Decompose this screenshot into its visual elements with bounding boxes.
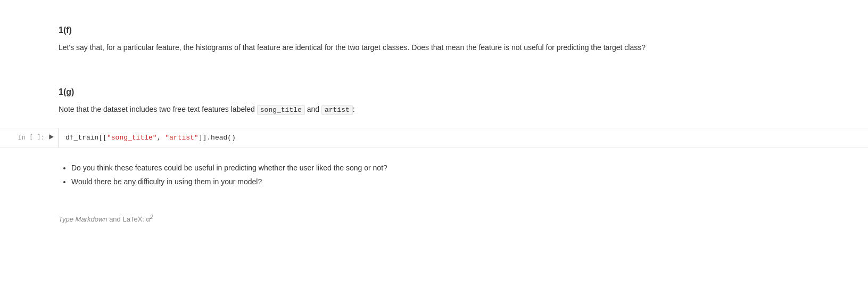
prose-1g: Note that the dataset includes two free …	[59, 103, 864, 116]
code-prefix: df_train[[	[65, 134, 107, 142]
list-item: Would there be any difficulty in using t…	[71, 176, 864, 189]
code-comma: ,	[157, 134, 166, 142]
text-cell-1f: 1(f) Let's say that, for a particular fe…	[0, 0, 868, 72]
prose-1g-suffix: :	[353, 105, 355, 113]
prose-1f: Let's say that, for a particular feature…	[59, 42, 864, 53]
text-cell-1g: 1(g) Note that the dataset includes two …	[0, 72, 868, 125]
prose-1g-prefix: Note that the dataset includes two free …	[59, 105, 257, 113]
code-suffix: ]].head()	[199, 134, 236, 142]
type-hint: Type Markdown and LaTeX: α2	[59, 214, 864, 223]
bullet-list: Do you think these features could be use…	[71, 162, 864, 189]
prose-1g-middle: and	[305, 105, 321, 113]
inline-code-song-title: song_title	[257, 105, 305, 115]
cell-prompt: In [ ]:	[18, 134, 45, 141]
code-cell-1g: In [ ]: df_train[["song_title", "artist"…	[0, 128, 868, 148]
heading-1f: 1(f)	[59, 26, 864, 35]
inline-code-artist: artist	[321, 105, 353, 115]
code-input[interactable]: df_train[["song_title", "artist"]].head(…	[59, 128, 868, 148]
code-string2: "artist"	[165, 134, 198, 142]
cell-content-1f: 1(f) Let's say that, for a particular fe…	[59, 2, 868, 70]
cell-gutter-bullets	[0, 153, 59, 236]
cell-content-1g: 1(g) Note that the dataset includes two …	[59, 75, 868, 122]
svg-marker-0	[49, 134, 53, 140]
cell-content-bullets: Do you think these features could be use…	[59, 153, 868, 236]
run-button[interactable]	[48, 134, 54, 140]
type-hint-math: α	[146, 215, 151, 223]
bullet-item-1: Do you think these features could be use…	[71, 164, 387, 172]
bullet-item-2: Would there be any difficulty in using t…	[71, 177, 262, 186]
type-hint-prefix: Type	[59, 215, 76, 223]
type-hint-superscript: 2	[150, 214, 153, 220]
type-hint-italic: Markdown	[76, 215, 108, 223]
type-hint-middle: and LaTeX:	[108, 215, 146, 223]
cell-gutter-1f	[0, 2, 59, 70]
notebook-container: 1(f) Let's say that, for a particular fe…	[0, 0, 868, 238]
code-cell-gutter: In [ ]:	[0, 128, 59, 148]
code-string1: "song_title"	[107, 134, 157, 142]
heading-1g: 1(g)	[59, 87, 864, 97]
list-item: Do you think these features could be use…	[71, 162, 864, 175]
cell-gutter-1g	[0, 75, 59, 122]
text-cell-bullets: Do you think these features could be use…	[0, 151, 868, 238]
